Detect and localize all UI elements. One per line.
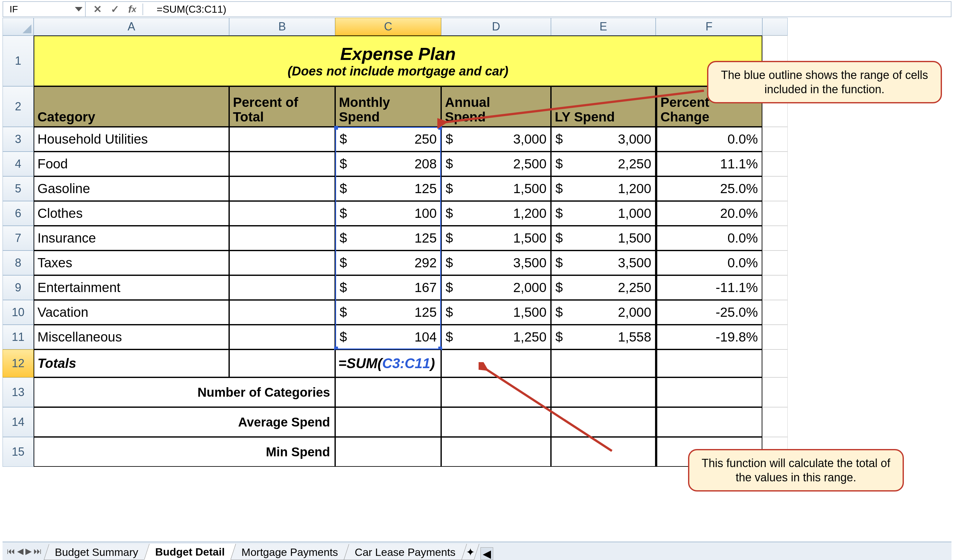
name-box-dropdown-icon[interactable]	[75, 7, 83, 11]
cell-B3[interactable]	[229, 127, 335, 152]
cell-F12[interactable]	[656, 350, 762, 377]
cell-D5[interactable]: 1,500	[441, 176, 551, 201]
cell-B10[interactable]	[229, 300, 335, 325]
average-spend-label[interactable]: Average Spend	[34, 407, 335, 437]
row-header-6[interactable]: 6	[3, 201, 34, 226]
cell-F4[interactable]: 11.1%	[656, 152, 762, 176]
min-spend-label[interactable]: Min Spend	[34, 437, 335, 467]
cell-A3[interactable]: Household Utilities	[34, 127, 229, 152]
cell-E5[interactable]: 1,200	[551, 176, 656, 201]
cell-D10[interactable]: 1,500	[441, 300, 551, 325]
tab-nav-next-icon[interactable]: ▶	[25, 546, 32, 556]
tab-scroll-left-icon[interactable]: ◀	[480, 547, 493, 560]
cell-A8[interactable]: Taxes	[34, 250, 229, 275]
cell-A6[interactable]: Clothes	[34, 201, 229, 226]
cell-C4[interactable]: 208	[335, 152, 441, 176]
cell-D3[interactable]: 3,000	[441, 127, 551, 152]
cell-C10[interactable]: 125	[335, 300, 441, 325]
cell-D6[interactable]: 1,200	[441, 201, 551, 226]
cell-F7[interactable]: 0.0%	[656, 226, 762, 250]
header-percent-total[interactable]: Percent ofTotal	[229, 86, 335, 127]
row-header-7[interactable]: 7	[3, 226, 34, 250]
cell-D7[interactable]: 1,500	[441, 226, 551, 250]
cell-D8[interactable]: 3,500	[441, 250, 551, 275]
name-box[interactable]: IF	[3, 2, 86, 17]
cell-B6[interactable]	[229, 201, 335, 226]
cell-C3[interactable]: 250	[335, 127, 441, 152]
cell-A4[interactable]: Food	[34, 152, 229, 176]
cell-E3[interactable]: 3,000	[551, 127, 656, 152]
cell-A11[interactable]: Miscellaneous	[34, 325, 229, 350]
sheet-tab[interactable]: Budget Summary	[44, 544, 150, 560]
row-header-3[interactable]: 3	[3, 127, 34, 152]
tab-nav-first-icon[interactable]: ⏮	[7, 546, 15, 556]
row-header-2[interactable]: 2	[3, 86, 34, 127]
cancel-icon[interactable]: ✕	[93, 3, 102, 15]
cell-C7[interactable]: 125	[335, 226, 441, 250]
col-header-E[interactable]: E	[551, 18, 656, 36]
cell-A9[interactable]: Entertainment	[34, 275, 229, 300]
sheet-tab[interactable]: Budget Detail	[144, 544, 236, 560]
header-annual-spend[interactable]: AnnualSpend	[441, 86, 551, 127]
header-ly-spend[interactable]: LY Spend	[551, 86, 656, 127]
cell-B4[interactable]	[229, 152, 335, 176]
select-all-corner[interactable]	[3, 18, 34, 36]
cell-E4[interactable]: 2,250	[551, 152, 656, 176]
row-header-4[interactable]: 4	[3, 152, 34, 176]
cell-C9[interactable]: 167	[335, 275, 441, 300]
cell-C8[interactable]: 292	[335, 250, 441, 275]
number-of-categories-label[interactable]: Number of Categories	[34, 377, 335, 407]
row-header-10[interactable]: 10	[3, 300, 34, 325]
header-monthly-spend[interactable]: MonthlySpend	[335, 86, 441, 127]
cell-F11[interactable]: -19.8%	[656, 325, 762, 350]
cell-F8[interactable]: 0.0%	[656, 250, 762, 275]
header-category[interactable]: Category	[34, 86, 229, 127]
enter-icon[interactable]: ✓	[111, 3, 119, 15]
title-cell[interactable]: Expense Plan (Does not include mortgage …	[34, 36, 762, 86]
cell-F5[interactable]: 25.0%	[656, 176, 762, 201]
totals-label[interactable]: Totals	[34, 350, 229, 377]
tab-nav-prev-icon[interactable]: ◀	[17, 546, 23, 556]
cell-A5[interactable]: Gasoline	[34, 176, 229, 201]
tab-nav-last-icon[interactable]: ⏭	[34, 546, 42, 556]
row-header-15[interactable]: 15	[3, 437, 34, 467]
cell-F6[interactable]: 20.0%	[656, 201, 762, 226]
fx-icon[interactable]: fx	[128, 3, 143, 15]
cell-F3[interactable]: 0.0%	[656, 127, 762, 152]
cell-F9[interactable]: -11.1%	[656, 275, 762, 300]
cell-E10[interactable]: 2,000	[551, 300, 656, 325]
cell-C11[interactable]: 104	[335, 325, 441, 350]
col-header-A[interactable]: A	[34, 18, 229, 36]
cell-A10[interactable]: Vacation	[34, 300, 229, 325]
cell-B12[interactable]	[229, 350, 335, 377]
cell-E11[interactable]: 1,558	[551, 325, 656, 350]
col-header-D[interactable]: D	[441, 18, 551, 36]
cell-A7[interactable]: Insurance	[34, 226, 229, 250]
col-header-B[interactable]: B	[229, 18, 335, 36]
row-header-12[interactable]: 12	[3, 350, 34, 377]
cell-B5[interactable]	[229, 176, 335, 201]
row-header-11[interactable]: 11	[3, 325, 34, 350]
cell-F10[interactable]: -25.0%	[656, 300, 762, 325]
col-header-C[interactable]: C	[335, 18, 441, 36]
active-cell-C12[interactable]: =SUM(C3:C11)	[335, 350, 441, 377]
cell-E12[interactable]	[551, 350, 656, 377]
cell-D11[interactable]: 1,250	[441, 325, 551, 350]
col-header-F[interactable]: F	[656, 18, 762, 36]
sheet-tab[interactable]: Mortgage Payments	[231, 544, 349, 560]
cell-B8[interactable]	[229, 250, 335, 275]
cell-D12[interactable]	[441, 350, 551, 377]
formula-input[interactable]: =SUM(C3:C11)	[151, 3, 951, 15]
cell-E6[interactable]: 1,000	[551, 201, 656, 226]
row-header-8[interactable]: 8	[3, 250, 34, 275]
cell-E9[interactable]: 2,250	[551, 275, 656, 300]
cell-B7[interactable]	[229, 226, 335, 250]
cell-D9[interactable]: 2,000	[441, 275, 551, 300]
sheet-tab[interactable]: Car Lease Payments	[344, 544, 467, 560]
cell-B11[interactable]	[229, 325, 335, 350]
col-header-G[interactable]	[762, 18, 788, 36]
cell-B9[interactable]	[229, 275, 335, 300]
cell-E7[interactable]: 1,500	[551, 226, 656, 250]
row-header-13[interactable]: 13	[3, 377, 34, 407]
cell-C5[interactable]: 125	[335, 176, 441, 201]
